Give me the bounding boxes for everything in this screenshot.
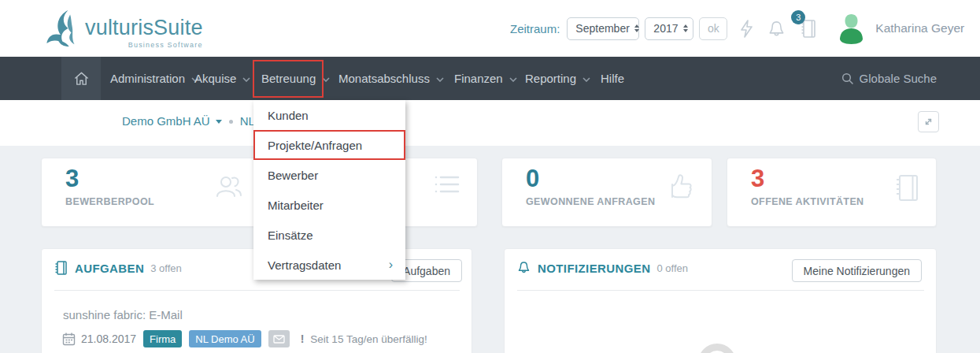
- people-icon: [213, 173, 243, 201]
- nav-item-finanzen[interactable]: Finanzen: [454, 57, 517, 100]
- task-meta-row: 21.08.2017 Firma NL Demo AÜ ! Seit 15 Ta…: [62, 330, 427, 347]
- divider: [54, 290, 460, 291]
- stat-card-bewerberpool[interactable]: 3 BEWERBERPOOL: [41, 158, 260, 227]
- nav-item-label: Monatsabschluss: [338, 72, 430, 85]
- caret-down-icon[interactable]: [216, 120, 222, 124]
- betreuung-dropdown-menu: Kunden Projekte/Anfragen Bewerber Mitarb…: [253, 100, 405, 280]
- chevron-down-icon: [582, 77, 590, 82]
- nav-item-reporting[interactable]: Reporting: [525, 57, 590, 100]
- nav-item-label: Betreuung: [261, 72, 316, 85]
- divider: [517, 290, 924, 291]
- list-icon: [433, 173, 461, 198]
- warning-mark: !: [301, 333, 305, 345]
- stat-card-gewonnene-anfragen[interactable]: 0 GEWONNENE ANFRAGEN: [501, 158, 712, 227]
- user-name[interactable]: Katharina Geyer: [875, 21, 964, 35]
- notifications-panel-title: NOTIFIZIERUNGEN: [538, 262, 651, 275]
- empty-state-ring: [698, 344, 736, 353]
- home-nav-item[interactable]: [61, 57, 101, 100]
- menu-item-kunden[interactable]: Kunden: [253, 100, 405, 130]
- search-icon: [841, 72, 854, 85]
- ok-button[interactable]: ok: [699, 17, 727, 40]
- menu-item-label: Mitarbeiter: [268, 199, 324, 212]
- chevron-right-icon: ›: [389, 258, 393, 271]
- select-arrows-icon: [634, 24, 639, 32]
- bell-icon[interactable]: [767, 19, 786, 39]
- home-icon: [73, 70, 90, 87]
- year-select[interactable]: 2017: [645, 17, 693, 40]
- menu-item-label: Vertragsdaten: [268, 258, 341, 272]
- global-search-label: Globale Suche: [860, 72, 937, 85]
- chevron-down-icon: [322, 77, 330, 82]
- calendar-icon: [62, 332, 76, 346]
- stat-value: 0: [526, 165, 539, 193]
- chevron-down-icon: [436, 77, 444, 82]
- nav-item-administration[interactable]: Administration: [110, 57, 199, 100]
- menu-item-vertragsdaten[interactable]: Vertragsdaten ›: [253, 250, 405, 280]
- period-selector: Zeitraum: September 2017 ok 3: [510, 17, 964, 40]
- stat-label: OFFENE AKTIVITÄTEN: [751, 196, 864, 207]
- nav-item-label: Finanzen: [454, 72, 503, 85]
- notebook-icon: [54, 260, 68, 276]
- breadcrumb-bar: Demo GmbH AÜ NL Demo AÜ Das: [0, 100, 980, 146]
- tasks-panel-title: AUFGABEN: [75, 262, 144, 275]
- nav-item-monatsabschluss[interactable]: Monatsabschluss: [338, 57, 444, 100]
- notifications-open-count: 0 offen: [657, 262, 689, 274]
- expand-button[interactable]: [918, 111, 939, 132]
- stat-label: GEWONNENE ANFRAGEN: [526, 196, 655, 207]
- thumbs-up-icon: [668, 173, 696, 201]
- menu-item-label: Bewerber: [268, 169, 318, 182]
- my-notifications-button[interactable]: Meine Notifizierungen: [792, 259, 922, 282]
- task-date: 21.08.2017: [81, 333, 136, 345]
- stat-label: BEWERBERPOOL: [65, 196, 154, 207]
- logo-swan-icon: [46, 8, 82, 49]
- menu-item-mitarbeiter[interactable]: Mitarbeiter: [253, 190, 405, 220]
- month-select-value: September: [575, 22, 629, 35]
- menu-item-projekte-anfragen[interactable]: Projekte/Anfragen: [253, 130, 405, 160]
- menu-item-label: Einsätze: [268, 229, 313, 242]
- overdue-text: Seit 15 Tag/en überfällig!: [310, 333, 427, 345]
- chevron-down-icon: [242, 77, 250, 82]
- month-select[interactable]: September: [567, 17, 639, 40]
- top-header: vulturisSuite Business Software Zeitraum…: [0, 0, 980, 57]
- global-search[interactable]: Globale Suche: [836, 57, 937, 100]
- stat-card-offene-aktivitaeten[interactable]: 3 OFFENE AKTIVITÄTEN: [727, 158, 937, 227]
- chevron-down-icon: [509, 77, 517, 82]
- bell-icon: [517, 260, 531, 276]
- nav-item-label: Reporting: [525, 72, 576, 85]
- logo-subtitle: Business Software: [85, 41, 203, 49]
- main-nav: Administration Akquise Betreuung Monatsa…: [0, 57, 980, 100]
- menu-item-label: Kunden: [268, 109, 309, 122]
- breadcrumb-separator-dot: [229, 120, 233, 124]
- menu-item-label: Projekte/Anfragen: [268, 139, 362, 152]
- expand-icon: [923, 117, 934, 127]
- branch-badge: NL Demo AÜ: [189, 330, 261, 347]
- lightning-icon[interactable]: [738, 19, 755, 39]
- notifications-panel: NOTIFIZIERUNGEN 0 offen Meine Notifizier…: [504, 248, 937, 353]
- breadcrumb-company[interactable]: Demo GmbH AÜ: [122, 114, 210, 128]
- notebook-icon: [893, 173, 920, 203]
- year-select-value: 2017: [653, 22, 678, 35]
- nav-item-label: Akquise: [194, 72, 236, 85]
- company-badge: Firma: [143, 330, 182, 347]
- stat-value: 3: [751, 165, 764, 193]
- period-label: Zeitraum:: [510, 22, 560, 35]
- stat-value: 3: [65, 165, 79, 193]
- app-window: vulturisSuite Business Software Zeitraum…: [0, 0, 980, 353]
- nav-item-label: Hilfe: [601, 72, 624, 85]
- journal-icon[interactable]: 3: [800, 18, 818, 39]
- task-title[interactable]: sunshine fabric: E-Mail: [63, 308, 183, 321]
- notification-count-badge: 3: [791, 10, 805, 24]
- tasks-open-count: 3 offen: [150, 262, 182, 274]
- nav-item-akquise[interactable]: Akquise: [194, 57, 250, 100]
- select-arrows-icon: [683, 24, 688, 32]
- nav-item-label: Administration: [110, 72, 185, 85]
- logo-title: vulturisSuite: [85, 14, 203, 41]
- app-logo: vulturisSuite Business Software: [46, 8, 203, 49]
- menu-item-bewerber[interactable]: Bewerber: [253, 160, 405, 190]
- user-avatar[interactable]: [837, 13, 866, 45]
- menu-item-einsaetze[interactable]: Einsätze: [253, 220, 405, 250]
- nav-item-betreuung[interactable]: Betreuung: [261, 57, 330, 100]
- nav-item-hilfe[interactable]: Hilfe: [601, 57, 624, 100]
- email-icon[interactable]: [268, 330, 290, 347]
